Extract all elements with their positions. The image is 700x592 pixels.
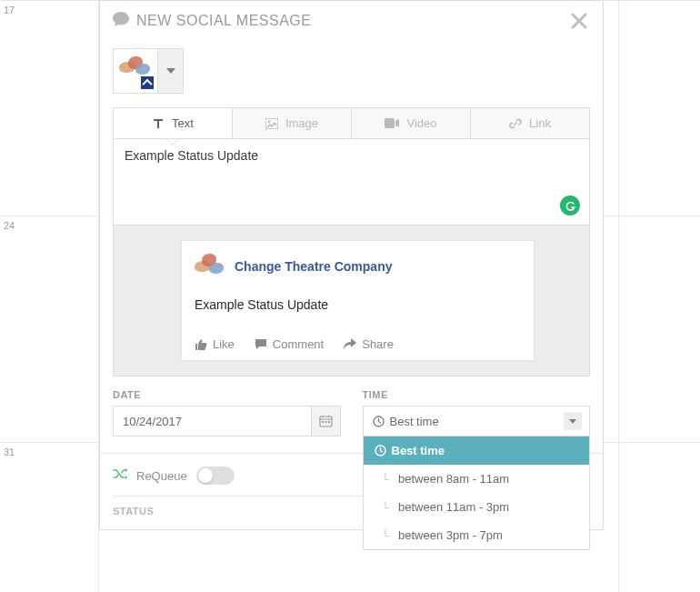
social-profile-picker [113, 48, 184, 94]
time-selected: Best time [390, 415, 439, 428]
svg-rect-6 [328, 421, 330, 423]
like-button[interactable]: Like [195, 337, 235, 351]
time-label: TIME [363, 389, 591, 400]
modal-title: NEW SOCIAL MESSAGE [113, 12, 311, 30]
time-option-best[interactable]: Best time [364, 436, 590, 465]
clock-icon [375, 445, 386, 457]
tab-text[interactable]: Text [114, 108, 233, 138]
date-input[interactable] [114, 406, 311, 436]
calendar-day-number: 24 [4, 220, 15, 231]
modal-header: NEW SOCIAL MESSAGE [100, 1, 603, 39]
speech-bubble-icon [113, 12, 129, 30]
share-label: Share [362, 337, 394, 351]
calendar-icon [319, 415, 333, 427]
close-button[interactable] [568, 10, 590, 32]
comment-button[interactable]: Comment [255, 337, 324, 351]
shuffle-icon [113, 467, 127, 484]
requeue-toggle[interactable] [196, 467, 235, 485]
branch-icon: └ [382, 529, 390, 542]
calendar-day-number: 17 [4, 5, 15, 15]
like-label: Like [213, 337, 235, 351]
time-option-label: Best time [392, 444, 445, 457]
tab-label: Text [172, 116, 194, 130]
time-option[interactable]: └ between 11am - 3pm [364, 493, 590, 521]
tab-link[interactable]: Link [471, 108, 589, 138]
time-option-label: between 11am - 3pm [398, 500, 509, 514]
modal-title-text: NEW SOCIAL MESSAGE [136, 13, 311, 29]
time-option-label: between 3pm - 7pm [398, 528, 503, 542]
calendar-picker-button[interactable] [311, 406, 340, 436]
post-body: Example Status Update [195, 297, 521, 312]
branch-icon: └ [382, 473, 390, 486]
time-option-label: between 8am - 11am [398, 472, 509, 486]
calendar-day-number: 31 [4, 447, 15, 457]
time-dropdown-toggle[interactable]: Best time [363, 406, 591, 436]
page-logo-icon [119, 56, 152, 76]
svg-rect-5 [325, 421, 326, 423]
grammarly-icon[interactable] [560, 196, 580, 216]
chevron-down-icon [166, 68, 175, 74]
requeue-label: ReQueue [136, 469, 187, 483]
profile-thumbnail[interactable] [114, 49, 157, 93]
tab-label: Video [406, 116, 436, 130]
time-option[interactable]: └ between 3pm - 7pm [364, 521, 590, 549]
svg-point-1 [268, 120, 271, 123]
post-preview-area: Change Theatre Company Example Status Up… [113, 226, 590, 376]
post-actions: Like Comment Share [195, 337, 521, 351]
tab-label: Image [285, 116, 318, 130]
message-editor[interactable]: Example Status Update [113, 138, 590, 226]
tab-image[interactable]: Image [233, 108, 352, 138]
page-logo-icon [195, 254, 225, 279]
date-input-group [113, 406, 341, 436]
svg-rect-2 [385, 118, 395, 128]
comment-label: Comment [273, 337, 324, 351]
chevron-down-icon [564, 412, 582, 430]
branch-icon: └ [382, 501, 390, 514]
time-dropdown: Best time └ between 8am - 11am └ between… [363, 436, 591, 550]
message-text: Example Status Update [125, 148, 578, 163]
facebook-badge-icon [141, 76, 154, 89]
date-label: DATE [113, 389, 341, 400]
facebook-post-preview: Change Theatre Company Example Status Up… [181, 240, 535, 361]
svg-rect-4 [322, 421, 324, 423]
tab-video[interactable]: Video [352, 108, 471, 138]
svg-rect-0 [265, 118, 278, 129]
tab-label: Link [529, 116, 551, 130]
new-social-message-modal: NEW SOCIAL MESSAGE Text [99, 0, 604, 530]
clock-icon [373, 416, 385, 427]
time-option[interactable]: └ between 8am - 11am [364, 465, 590, 493]
profile-dropdown-toggle[interactable] [157, 49, 183, 93]
share-button[interactable]: Share [344, 337, 394, 351]
page-name: Change Theatre Company [235, 259, 392, 274]
content-type-tabs: Text Image Video Link [113, 107, 590, 138]
time-select: Best time Best time └ between 8am - 11am [363, 406, 591, 436]
